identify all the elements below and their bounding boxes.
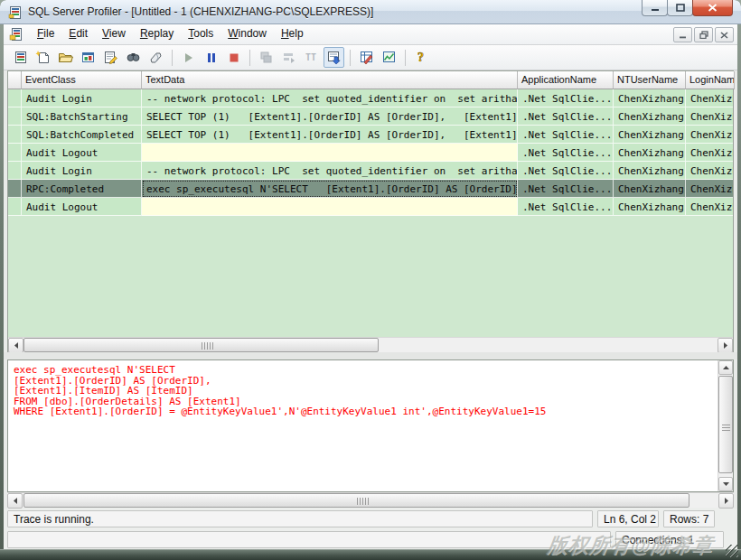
grid-cell-nt[interactable]: ChenXizhang [614,162,686,180]
grid-cell-event[interactable]: Audit Login [22,162,142,180]
close-button[interactable] [692,0,733,16]
column-header-app[interactable]: ApplicationName [518,71,614,89]
autoscroll-button[interactable] [324,47,344,68]
column-header-selector[interactable] [8,71,22,89]
grid-cell-event[interactable]: SQL:BatchCompleted [22,126,142,144]
grid-cell-selector[interactable] [8,198,22,216]
table-row[interactable]: Audit Logout.Net SqlClie...ChenXizhangCh… [8,144,733,162]
grid-cell-event[interactable]: Audit Logout [22,198,142,216]
cascade-button[interactable] [256,47,277,68]
trace-properties-button[interactable] [10,47,31,68]
sql-h-scroll-thumb[interactable] [23,493,689,508]
toggle-tt-button[interactable]: TT [301,47,322,68]
grid-cell-login[interactable]: ChenXizhang [686,107,733,126]
column-header-login[interactable]: LoginName [686,71,735,89]
grid-cell-selector[interactable] [8,180,22,198]
scroll-right-arrow[interactable] [718,338,733,353]
scroll-left-arrow[interactable] [8,338,23,353]
grid-cell-login[interactable]: ChenXizhang [686,162,733,180]
column-header-event[interactable]: EventClass [22,71,142,89]
start-trace-button[interactable] [178,47,199,68]
grid-cell-nt[interactable]: ChenXizhang [614,107,686,126]
grid-cell-text[interactable] [142,144,518,162]
mdi-close-button[interactable] [715,27,734,42]
eraser-button[interactable] [145,47,166,68]
grid-cell-login[interactable]: ChenXizhang [686,89,733,107]
title-bar[interactable]: SQL Server Profiler - [Untitled - 1 (CHE… [0,0,741,24]
mdi-restore-button[interactable] [694,27,713,42]
grid-cell-login[interactable]: ChenXizhang [686,144,733,162]
properties-button[interactable] [100,47,121,68]
grid-cell-app[interactable]: .Net SqlClie... [518,107,614,126]
grid-cell-event[interactable]: RPC:Completed [22,180,142,198]
grid-cell-nt[interactable]: ChenXizhang [614,180,686,198]
save-trace-button[interactable] [78,47,98,68]
grid-cell-selector[interactable] [8,126,22,144]
pane-splitter[interactable] [4,352,737,359]
grid-cell-nt[interactable]: ChenXizhang [614,89,686,107]
grid-cell-app[interactable]: .Net SqlClie... [518,144,614,162]
menu-item-replay[interactable]: Replay [133,24,181,44]
resize-grip[interactable] [726,545,738,557]
grid-cell-login[interactable]: ChenXizhang [686,180,733,198]
grid-cell-event[interactable]: Audit Logout [22,144,142,162]
grid-cell-selector[interactable] [8,107,22,126]
open-trace-button[interactable] [55,47,76,68]
grid-cell-event[interactable]: SQL:BatchStarting [22,107,142,126]
table-row[interactable]: SQL:BatchCompletedSELECT TOP (1) [Extent… [8,126,733,144]
menu-item-tools[interactable]: Tools [181,24,220,44]
grid-cell-app[interactable]: .Net SqlClie... [518,89,614,107]
grid-cell-app[interactable]: .Net SqlClie... [518,126,614,144]
grid-cell-event[interactable]: Audit Login [22,89,142,107]
scroll-up-arrow[interactable] [718,360,733,375]
scroll-left-arrow[interactable] [7,493,23,509]
grid-cell-text[interactable] [142,198,518,216]
grid-cell-text[interactable]: SELECT TOP (1) [Extent1].[OrderID] AS [O… [142,107,518,126]
scroll-right-arrow[interactable] [718,493,734,509]
grid-cell-text[interactable]: -- network protocol: LPC set quoted_iden… [142,89,518,107]
find-button[interactable] [123,47,144,68]
new-trace-button[interactable] [33,47,53,68]
grid-cell-selector[interactable] [8,89,22,107]
table-row[interactable]: SQL:BatchStartingSELECT TOP (1) [Extent1… [8,107,733,126]
maximize-button[interactable] [667,0,693,16]
step-button[interactable] [278,47,299,68]
grid-cell-app[interactable]: .Net SqlClie... [518,162,614,180]
menu-item-edit[interactable]: Edit [61,24,95,44]
grid-cell-text[interactable]: SELECT TOP (1) [Extent1].[OrderID] AS [O… [142,126,518,144]
grid-cell-nt[interactable]: ChenXizhang [614,126,686,144]
analyze-button[interactable] [356,47,377,68]
grid-h-scroll-thumb[interactable] [23,338,379,352]
column-header-nt[interactable]: NTUserName [614,71,686,89]
sql-v-scroll-thumb[interactable] [718,376,733,473]
grid-h-scrollbar[interactable] [8,337,733,352]
performance-chart-button[interactable] [379,47,399,68]
help-button[interactable]: ? [411,47,432,68]
menu-item-help[interactable]: Help [274,24,311,44]
grid-cell-login[interactable]: ChenXizhang [686,126,733,144]
table-row[interactable]: RPC:Completedexec sp_executesql N'SELECT… [8,180,733,198]
grid-cell-text[interactable]: exec sp_executesql N'SELECT [Extent1].[O… [142,180,518,198]
table-row[interactable]: Audit Login-- network protocol: LPC set … [8,162,733,180]
menu-item-file[interactable]: File [30,24,61,44]
sql-h-scrollbar[interactable] [7,492,734,509]
menu-item-view[interactable]: View [95,24,133,44]
pause-trace-button[interactable] [201,47,221,68]
grid-cell-text[interactable]: -- network protocol: LPC set quoted_iden… [142,162,518,180]
grid-cell-selector[interactable] [8,162,22,180]
menu-item-window[interactable]: Window [220,24,274,44]
mdi-minimize-button[interactable] [673,27,692,42]
grid-cell-app[interactable]: .Net SqlClie... [518,198,614,216]
table-row[interactable]: Audit Login-- network protocol: LPC set … [8,89,733,107]
column-header-text[interactable]: TextData [142,71,518,89]
minimize-button[interactable] [642,0,668,16]
stop-trace-button[interactable] [223,47,244,68]
scroll-down-arrow[interactable] [718,477,733,491]
grid-cell-app[interactable]: .Net SqlClie... [518,180,614,198]
sql-detail-pane[interactable]: exec sp_executesql N'SELECT [Extent1].[O… [7,359,734,492]
table-row[interactable]: Audit Logout.Net SqlClie...ChenXizhangCh… [8,198,733,216]
grid-cell-nt[interactable]: ChenXizhang [614,198,686,216]
grid-cell-login[interactable]: ChenXizhang [686,198,733,216]
grid-cell-nt[interactable]: ChenXizhang [614,144,686,162]
sql-v-scrollbar[interactable] [718,360,733,491]
